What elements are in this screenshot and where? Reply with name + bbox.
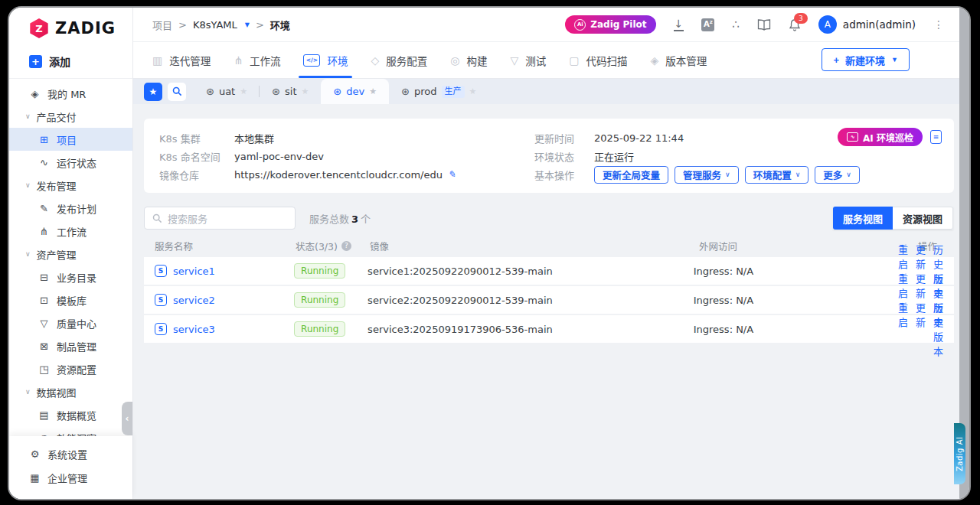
breadcrumb-projects[interactable]: 项目 [152,18,172,32]
sidebar-item-template-library[interactable]: ⊡ 模板库 [9,288,132,311]
service-row-service3: S service3 Running service3:202509191739… [144,315,954,343]
env-operation-button[interactable]: 环境配置 ∨ [745,166,809,184]
sidebar-item-data-overview[interactable]: ▤ 数据概览 [9,403,132,426]
favorite-star-icon[interactable]: ★ [301,86,309,96]
artifact-icon: ⊠ [38,340,50,352]
notification-count-badge: 3 [794,13,808,24]
kebab-menu-icon[interactable]: ⋮ [933,18,944,31]
update-link[interactable]: 更新 [916,300,926,358]
env-tab-sit[interactable]: ⊛ sit ★ [260,79,321,104]
sidebar-item-run-status[interactable]: ∿ 运行状态 [9,151,132,174]
env-info-row: 基本操作 更新全局变量 管理服务 ∨ 环境配置 [534,165,939,184]
zadig-logo[interactable]: Z ZADIG [9,8,132,43]
sidebar-item-enterprise[interactable]: ▦ 企业管理 [9,466,132,490]
language-translate-icon[interactable]: Az [701,18,714,31]
building-icon: ▦ [29,472,41,484]
sidebar-item-business-catalog[interactable]: ⊟ 业务目录 [9,266,132,288]
sidebar-collapse-handle[interactable]: ‹ [122,402,132,435]
search-icon [152,213,162,223]
env-operation-button[interactable]: 管理服务 ∨ [675,166,739,184]
sidebar-item-label: 发布管理 [37,178,77,193]
favorite-filter-button[interactable]: ★ [144,83,162,101]
sidebar-item-workflows[interactable]: ⋔ 工作流 [9,220,132,243]
env-tab-dev[interactable]: ⊛ dev ★ [321,79,389,104]
breadcrumb-project-name[interactable]: K8sYAML [193,19,237,31]
ingress-access: Ingress: N/A [694,324,898,335]
download-icon[interactable]: ↓ [674,18,684,31]
env-tab-prod[interactable]: ⊛ prod 生产 ★ [389,79,488,104]
tab-iteration[interactable]: ▥ 迭代管理 [152,42,211,78]
update-time-label: 更新时间 [534,131,594,145]
sidebar-item-label: 企业管理 [47,471,87,485]
documentation-icon[interactable] [757,19,771,31]
service-view-button[interactable]: 服务视图 [833,207,893,230]
apps-cluster-icon[interactable]: ∴ [732,18,740,31]
sidebar-item-resource-config[interactable]: ◳ 资源配置 [9,357,132,380]
zadig-pilot-button[interactable]: Ai Zadig Pilot [565,15,655,34]
notifications-bell[interactable]: 3 [789,18,801,31]
edit-pencil-icon[interactable]: ✎ [448,169,456,180]
tab-code-scan[interactable]: ▢ 代码扫描 [569,42,627,78]
ai-env-inspection-button[interactable]: ∿ AI 环境巡检 [838,128,923,146]
sidebar-section-asset-management[interactable]: ∨ 资产管理 [9,243,132,266]
tab-service-config[interactable]: ◇ 服务配置 [371,42,427,78]
env-log-document-icon[interactable]: ≡ [930,130,942,144]
chevron-down-icon: ∨ [795,171,801,178]
user-menu[interactable]: A admin(admin) [818,15,916,34]
chevron-down-icon: ∨ [725,171,730,178]
tab-build[interactable]: ◎ 构建 [450,42,487,78]
history-link[interactable]: 历史版本 [933,300,943,358]
service-search-input[interactable]: 搜索服务 [144,207,296,230]
flask-icon: ▽ [38,318,50,329]
sidebar-item-my-mr[interactable]: ◈ 我的 MR [9,82,132,105]
env-info-value: 本地集群 [234,131,274,145]
sidebar-section-data-view[interactable]: ∨ 数据视图 [9,380,132,403]
add-button[interactable]: + 添加 [9,43,132,79]
service-name-link[interactable]: service1 [173,266,215,277]
service-name-link[interactable]: service3 [173,324,215,335]
zadig-ai-side-tab[interactable]: Zadig AI [954,423,965,484]
user-name: admin(admin) [843,18,916,31]
resource-view-button[interactable]: 资源视图 [893,207,953,230]
book-icon [757,19,771,31]
create-environment-button[interactable]: +新建环境▼ [822,48,910,71]
restart-link[interactable]: 重启 [898,300,908,358]
favorite-star-icon[interactable]: ★ [469,86,477,96]
sidebar-item-projects[interactable]: ⊞ 项目 [9,128,132,151]
tab-environment[interactable]: </> 环境 [303,42,348,78]
env-operation-button[interactable]: 更新全局变量 [594,166,668,184]
service-name-link[interactable]: service2 [173,295,215,306]
sidebar-item-system-settings[interactable]: ⚙ 系统设置 [9,442,132,466]
environment-tab-label: uat [219,86,235,97]
sidebar-item-quality-center[interactable]: ▽ 质量中心 [9,311,132,334]
zadig-pilot-label: Zadig Pilot [590,19,646,30]
chevron-down-icon: ∨ [846,171,851,178]
sidebar-item-label: 业务目录 [57,270,96,285]
sidebar-item-release-plan[interactable]: ✎ 发布计划 [9,197,132,220]
header-actions: Ai Zadig Pilot ↓ Az ∴ 3 A admin(admin) ⋮ [565,15,944,34]
code-icon: </> [303,54,320,67]
tab-test[interactable]: ▽ 测试 [510,42,546,78]
test-flask-icon: ▽ [510,54,518,67]
main-area: 项目 > K8sYAML ▼ > 环境 Ai Zadig Pilot ↓ Az … [132,8,959,499]
favorite-star-icon[interactable]: ★ [369,86,377,96]
environment-search-button[interactable] [168,83,186,101]
favorite-star-icon[interactable]: ★ [240,86,247,96]
gear-icon: ⚙ [29,448,41,460]
sidebar-item-artifact-management[interactable]: ⊠ 制品管理 [9,334,132,357]
service-table-header: 服务名称 状态(3/3) ? 镜像 外网访问 操作 [144,234,954,257]
tab-workflow[interactable]: ⋔ 工作流 [234,42,280,78]
sidebar-item-label: 发布计划 [57,201,96,216]
chevron-down-icon[interactable]: ▼ [245,21,250,28]
env-operation-button[interactable]: 更多 ∨ [815,166,860,184]
status-badge: Running [294,292,345,308]
chevron-down-icon: ∨ [25,112,31,120]
sidebar-section-product-delivery[interactable]: ∨ 产品交付 [9,105,132,128]
env-tab-uat[interactable]: ⊛ uat ★ [194,79,260,104]
environment-tab-label: dev [346,86,364,97]
create-env-label: 新建环境 [845,53,885,67]
tab-version[interactable]: ◈ 版本管理 [650,42,707,78]
sidebar-section-release-management[interactable]: ∨ 发布管理 [9,174,132,197]
nav-tab-label: 服务配置 [386,53,427,68]
release-plan-icon: ✎ [38,203,50,214]
